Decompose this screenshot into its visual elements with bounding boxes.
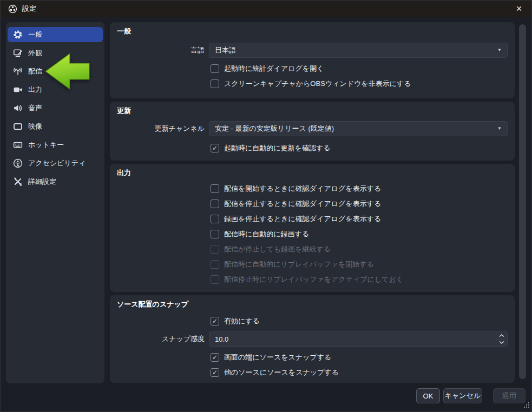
checkbox bbox=[211, 245, 219, 254]
advanced-icon bbox=[12, 177, 23, 187]
settings-sidebar: 一般 外観 配信 bbox=[6, 22, 104, 383]
resize-grip-icon[interactable] bbox=[523, 401, 530, 410]
checkbox-label: 起動時に自動的に更新を確認する bbox=[224, 143, 331, 153]
sidebar-item-label: アクセシビリティ bbox=[28, 158, 86, 168]
sidebar-item-label: 音声 bbox=[28, 103, 42, 113]
section-update: 更新 更新チャンネル 安定 - 最新の安定版リリース (既定値) ▼ 起動時に自… bbox=[110, 102, 515, 161]
audio-icon bbox=[12, 103, 23, 113]
checkbox-snap-to-sources[interactable]: 他のソースにソースをスナップする bbox=[211, 368, 339, 377]
checkbox[interactable] bbox=[211, 200, 219, 208]
sidebar-item-label: 出力 bbox=[28, 85, 42, 95]
sidebar-item-label: ホットキー bbox=[28, 140, 64, 150]
checkbox-label: 配信を開始するときに確認ダイアログを表示する bbox=[224, 184, 381, 194]
checkbox-snap-to-edge[interactable]: 画面の端にソースをスナップする bbox=[211, 353, 331, 362]
gear-icon bbox=[12, 30, 23, 39]
checkbox bbox=[211, 260, 219, 269]
spin-down-button[interactable] bbox=[496, 339, 507, 346]
language-select[interactable]: 日本語 ▼ bbox=[209, 43, 508, 58]
hotkeys-icon bbox=[12, 140, 23, 150]
section-title: 更新 bbox=[117, 106, 131, 116]
checkbox-open-stats[interactable]: 起動時に統計ダイアログを開く bbox=[211, 64, 324, 74]
checkbox-label: 録画を停止するときに確認ダイアログを表示する bbox=[224, 214, 381, 224]
ok-button[interactable]: OK bbox=[416, 388, 440, 403]
sidebar-item-output[interactable]: 出力 bbox=[8, 82, 103, 97]
sidebar-item-general[interactable]: 一般 bbox=[8, 27, 103, 42]
video-icon bbox=[12, 122, 23, 131]
checkbox[interactable] bbox=[211, 64, 219, 73]
sidebar-item-hotkeys[interactable]: ホットキー bbox=[8, 137, 103, 152]
checkbox-label: 配信時に自動的に録画する bbox=[224, 229, 309, 239]
checkbox[interactable] bbox=[211, 215, 219, 223]
close-icon[interactable]: × bbox=[507, 1, 531, 17]
snap-sensitivity-label: スナップ感度 bbox=[110, 334, 205, 344]
titlebar: 設定 × bbox=[1, 1, 531, 17]
section-snapping: ソース配置のスナップ 有効にする スナップ感度 10.0 画面の端 bbox=[110, 295, 515, 383]
checkbox[interactable] bbox=[211, 144, 219, 152]
snap-sensitivity-value: 10.0 bbox=[215, 335, 228, 343]
checkbox-auto-update-check[interactable]: 起動時に自動的に更新を確認する bbox=[211, 143, 331, 153]
accessibility-icon bbox=[12, 158, 23, 168]
sidebar-item-label: 詳細設定 bbox=[28, 177, 56, 187]
checkbox-keep-replay-active: 配信停止時にリプレイバッファをアクティブにしておく bbox=[211, 275, 403, 284]
section-title: 一般 bbox=[117, 26, 131, 36]
checkbox-confirm-record-stop[interactable]: 録画を停止するときに確認ダイアログを表示する bbox=[211, 214, 381, 224]
checkbox[interactable] bbox=[211, 317, 219, 325]
checkbox-label: 画面の端にソースをスナップする bbox=[224, 353, 331, 362]
scrollbar[interactable] bbox=[517, 22, 529, 383]
sidebar-item-stream[interactable]: 配信 bbox=[8, 64, 103, 79]
checkbox-label: 配信時に自動的にリプレイバッファを開始する bbox=[224, 260, 374, 269]
sidebar-item-appearance[interactable]: 外観 bbox=[8, 45, 103, 61]
cancel-button[interactable]: キャンセル bbox=[443, 388, 482, 403]
checkbox[interactable] bbox=[211, 230, 219, 238]
window-title: 設定 bbox=[22, 4, 36, 14]
section-title: 出力 bbox=[117, 168, 131, 178]
sidebar-item-label: 映像 bbox=[28, 122, 42, 131]
language-label: 言語 bbox=[110, 45, 205, 55]
update-channel-select[interactable]: 安定 - 最新の安定版リリース (既定値) ▼ bbox=[209, 121, 508, 136]
checkbox bbox=[211, 275, 219, 284]
settings-dialog: 設定 × 一般 外観 bbox=[0, 0, 532, 412]
sidebar-item-audio[interactable]: 音声 bbox=[8, 101, 103, 116]
scrollbar-handle[interactable] bbox=[519, 24, 526, 379]
checkbox-auto-replay-buffer: 配信時に自動的にリプレイバッファを開始する bbox=[211, 260, 374, 269]
checkbox-label: 配信を停止するときに確認ダイアログを表示する bbox=[224, 199, 381, 209]
sidebar-item-label: 一般 bbox=[28, 30, 42, 39]
language-value: 日本語 bbox=[215, 45, 236, 55]
checkbox-keep-recording: 配信が停止しても録画を継続する bbox=[211, 244, 331, 254]
checkbox[interactable] bbox=[211, 353, 219, 362]
checkbox-auto-record[interactable]: 配信時に自動的に録画する bbox=[211, 229, 309, 239]
update-channel-label: 更新チャンネル bbox=[110, 124, 205, 134]
checkbox-label: 配信が停止しても録画を継続する bbox=[224, 244, 331, 254]
checkbox[interactable] bbox=[211, 79, 219, 88]
appearance-icon bbox=[12, 48, 23, 58]
output-icon bbox=[12, 85, 23, 95]
sidebar-item-video[interactable]: 映像 bbox=[8, 119, 103, 134]
obs-logo-icon bbox=[7, 4, 18, 14]
checkbox-confirm-stream-stop[interactable]: 配信を停止するときに確認ダイアログを表示する bbox=[211, 199, 381, 209]
checkbox-label: 有効にする bbox=[224, 316, 260, 326]
checkbox-confirm-stream-start[interactable]: 配信を開始するときに確認ダイアログを表示する bbox=[211, 184, 381, 194]
checkbox[interactable] bbox=[211, 368, 219, 377]
snap-sensitivity-spinbox[interactable]: 10.0 bbox=[209, 331, 508, 347]
spin-up-button[interactable] bbox=[496, 333, 507, 339]
sidebar-item-label: 外観 bbox=[28, 48, 42, 58]
chevron-down-icon: ▼ bbox=[497, 126, 502, 131]
sidebar-item-accessibility[interactable]: アクセシビリティ bbox=[8, 156, 103, 171]
checkbox-hide-from-capture[interactable]: スクリーンキャプチャからOBSウィンドウを非表示にする bbox=[211, 79, 411, 89]
checkbox-label: スクリーンキャプチャからOBSウィンドウを非表示にする bbox=[224, 79, 411, 89]
checkbox-snapping-enable[interactable]: 有効にする bbox=[211, 316, 260, 326]
checkbox-label: 配信停止時にリプレイバッファをアクティブにしておく bbox=[224, 275, 403, 284]
checkbox-label: 他のソースにソースをスナップする bbox=[224, 368, 339, 377]
section-output: 出力 配信を開始するときに確認ダイアログを表示する 配信を停止するときに確認ダイ… bbox=[110, 164, 515, 292]
checkbox-label: 起動時に統計ダイアログを開く bbox=[224, 64, 324, 74]
chevron-down-icon: ▼ bbox=[497, 48, 502, 52]
section-title: ソース配置のスナップ bbox=[117, 300, 188, 309]
update-channel-value: 安定 - 最新の安定版リリース (既定値) bbox=[215, 124, 334, 134]
apply-button: 適用 bbox=[493, 388, 526, 403]
sidebar-item-label: 配信 bbox=[28, 67, 42, 76]
sidebar-item-advanced[interactable]: 詳細設定 bbox=[8, 174, 103, 189]
stream-icon bbox=[12, 67, 23, 76]
spin-buttons bbox=[496, 333, 507, 345]
checkbox[interactable] bbox=[211, 184, 219, 193]
section-general: 一般 言語 日本語 ▼ 起動時に統計ダイアログを開く スクリーンキャプチャからO… bbox=[110, 22, 515, 98]
